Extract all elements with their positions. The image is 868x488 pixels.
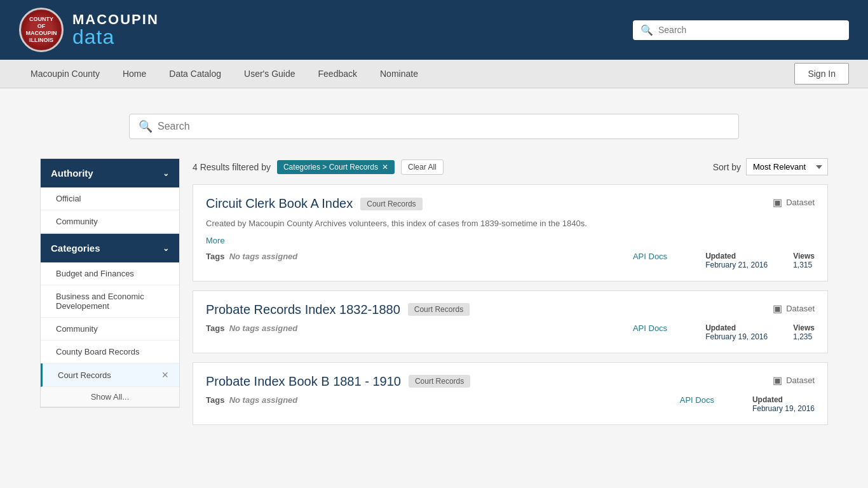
sidebar-show-all[interactable]: Show All...	[41, 387, 179, 407]
result-1-api-docs[interactable]: API Docs	[633, 252, 667, 261]
result-2-tags-value: No tags assigned	[229, 323, 298, 333]
result-1-tags-value: No tags assigned	[229, 252, 298, 261]
result-card-2: Probate Records Index 1832-1880 Court Re…	[193, 290, 828, 353]
sidebar-item-community[interactable]: Community	[41, 210, 179, 233]
filter-badge-close-icon[interactable]: ✕	[382, 163, 388, 172]
clear-all-button[interactable]: Clear All	[401, 159, 444, 175]
sidebar-item-county-board[interactable]: County Board Records	[41, 341, 179, 363]
result-1-views-label: Views	[793, 252, 815, 261]
sidebar-authority-header[interactable]: Authority ⌄	[41, 159, 179, 187]
nav-data-catalog[interactable]: Data Catalog	[158, 60, 233, 88]
result-2-category[interactable]: Court Records	[408, 303, 470, 316]
court-records-remove-icon[interactable]: ✕	[161, 370, 169, 380]
header-search-input[interactable]	[658, 25, 841, 35]
sort-area: Sort by Most Relevant Most Accessed Last…	[713, 158, 828, 175]
logo-circle: COUNTYOFMACOUPINILLINOIS	[19, 8, 64, 52]
result-2-meta: Updated February 19, 2016 Views 1,235	[705, 323, 815, 341]
result-3-type-label: Dataset	[786, 376, 815, 385]
header-title: MACOUPIN data	[72, 13, 159, 47]
center-search-area: 🔍	[40, 114, 828, 139]
sort-select[interactable]: Most Relevant Most Accessed Last Updated…	[746, 158, 828, 175]
center-search-input[interactable]	[158, 121, 729, 132]
result-2-bottom: Tags No tags assigned API Docs Updated F…	[206, 323, 815, 341]
result-1-title[interactable]: Circuit Clerk Book A Index	[206, 196, 353, 211]
results-area: 4 Results filtered by Categories > Court…	[193, 158, 828, 434]
result-3-tags: Tags No tags assigned	[206, 395, 297, 405]
nav-users-guide[interactable]: User's Guide	[233, 60, 306, 88]
result-1-meta: Updated February 21, 2016 Views 1,315	[705, 252, 815, 269]
result-1-title-area: Circuit Clerk Book A Index Court Records	[206, 196, 423, 211]
result-1-tags-label: Tags	[206, 252, 224, 261]
result-3-bottom: Tags No tags assigned API Docs Updated F…	[206, 395, 815, 413]
result-1-type: ▣ Dataset	[773, 196, 815, 208]
result-1-type-label: Dataset	[786, 198, 815, 207]
nav-feedback[interactable]: Feedback	[307, 60, 369, 88]
nav-home[interactable]: Home	[111, 60, 158, 88]
filter-badge-text: Categories > Court Records	[283, 163, 378, 172]
sidebar-item-community-cat[interactable]: Community	[41, 318, 179, 341]
results-filter-info: 4 Results filtered by Categories > Court…	[193, 159, 444, 175]
header-search-box[interactable]: 🔍	[633, 20, 849, 40]
result-2-updated-label: Updated	[705, 323, 768, 332]
result-2-api-docs[interactable]: API Docs	[633, 323, 667, 333]
result-3-title[interactable]: Probate Index Book B 1881 - 1910	[206, 374, 401, 389]
result-2-title-area: Probate Records Index 1832-1880 Court Re…	[206, 302, 470, 317]
sign-in-button[interactable]: Sign In	[794, 63, 849, 85]
header-left: COUNTYOFMACOUPINILLINOIS MACOUPIN data	[19, 8, 159, 52]
filter-badge[interactable]: Categories > Court Records ✕	[277, 160, 395, 174]
site-name-top: MACOUPIN	[72, 13, 159, 27]
results-header: 4 Results filtered by Categories > Court…	[193, 158, 828, 175]
result-1-updated-label: Updated	[705, 252, 768, 261]
result-card-1-top: Circuit Clerk Book A Index Court Records…	[206, 196, 815, 211]
result-1-description: Created by Macoupin County Archives volu…	[206, 217, 815, 230]
result-1-category[interactable]: Court Records	[360, 198, 422, 210]
result-3-tags-value: No tags assigned	[229, 395, 298, 405]
result-2-type-label: Dataset	[786, 304, 815, 313]
result-2-title[interactable]: Probate Records Index 1832-1880	[206, 302, 400, 317]
main-nav: Macoupin County Home Data Catalog User's…	[0, 60, 868, 88]
result-3-updated-value: February 19, 2016	[752, 404, 815, 413]
nav-macoupin-county[interactable]: Macoupin County	[19, 60, 111, 88]
sidebar-court-records-label: Court Records	[58, 370, 111, 380]
center-search-box[interactable]: 🔍	[129, 114, 739, 139]
result-2-views-value: 1,235	[793, 332, 815, 341]
nav-links: Macoupin County Home Data Catalog User's…	[19, 60, 430, 88]
result-3-tags-label: Tags	[206, 395, 224, 405]
result-3-title-area: Probate Index Book B 1881 - 1910 Court R…	[206, 374, 470, 389]
dataset-icon-2: ▣	[773, 302, 782, 315]
result-1-views-value: 1,315	[793, 261, 815, 269]
header-search-icon: 🔍	[641, 24, 653, 36]
center-search-icon: 🔍	[139, 119, 153, 133]
sidebar-item-business[interactable]: Business and Economic Developement	[41, 285, 179, 318]
sidebar-item-official[interactable]: Official	[41, 187, 179, 210]
result-2-views-label: Views	[793, 323, 815, 332]
result-card-3-top: Probate Index Book B 1881 - 1910 Court R…	[206, 374, 815, 389]
result-2-tags: Tags No tags assigned	[206, 323, 297, 333]
sidebar-authority-label: Authority	[51, 168, 93, 179]
result-2-tags-label: Tags	[206, 323, 224, 333]
categories-chevron-icon: ⌄	[163, 244, 169, 253]
sidebar-item-budget[interactable]: Budget and Finances	[41, 262, 179, 285]
authority-chevron-icon: ⌄	[163, 169, 169, 178]
dataset-icon-3: ▣	[773, 374, 782, 386]
nav-nominate[interactable]: Nominate	[369, 60, 430, 88]
result-1-more-link[interactable]: More	[206, 236, 225, 245]
sidebar-categories-label: Categories	[51, 243, 100, 254]
sidebar-section-authority: Authority ⌄ Official Community	[41, 159, 179, 234]
results-count-text: 4 Results filtered by	[193, 162, 271, 172]
sidebar-item-court-records[interactable]: Court Records ✕	[41, 363, 179, 387]
result-3-category[interactable]: Court Records	[409, 375, 470, 388]
result-3-updated-label: Updated	[752, 395, 815, 404]
result-card-3: Probate Index Book B 1881 - 1910 Court R…	[193, 362, 828, 425]
sidebar-categories-header[interactable]: Categories ⌄	[41, 234, 179, 262]
result-3-api-docs[interactable]: API Docs	[680, 395, 714, 405]
sidebar-section-categories: Categories ⌄ Budget and Finances Busines…	[41, 234, 179, 407]
result-card-1: Circuit Clerk Book A Index Court Records…	[193, 184, 828, 281]
result-3-meta: Updated February 19, 2016	[752, 395, 815, 413]
main-wrapper: 🔍 Authority ⌄ Official Community Categor…	[21, 88, 847, 447]
result-2-updated-value: February 19, 2016	[705, 332, 768, 341]
result-1-tags: Tags No tags assigned	[206, 252, 297, 261]
logo-image: COUNTYOFMACOUPINILLINOIS	[22, 11, 60, 49]
result-1-updated-value: February 21, 2016	[705, 261, 768, 269]
result-1-bottom: Tags No tags assigned API Docs Updated F…	[206, 252, 815, 269]
